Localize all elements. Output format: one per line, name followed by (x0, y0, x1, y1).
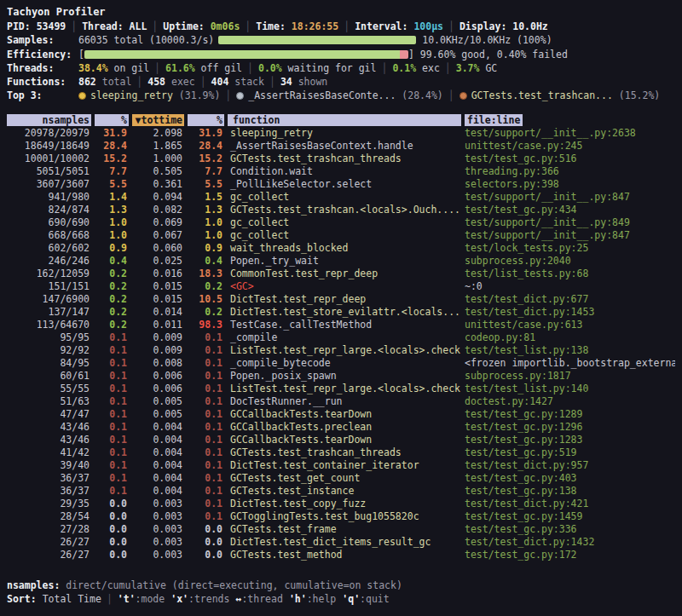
table-row[interactable]: 55/550.10.0060.1ListTest.test_repr_large… (7, 383, 675, 395)
cell-function: gc_collect (224, 229, 461, 242)
table-row[interactable]: 95/950.10.0090.1_compilecodeop.py:81 (7, 331, 675, 344)
column-header-tottime-sorted[interactable]: ▼tottime (129, 114, 184, 127)
thread-stat-waiting-gil: 0.0% waiting for gil (258, 62, 376, 74)
table-row[interactable]: 43/460.10.0040.1GCCallbackTests.preclean… (7, 421, 675, 434)
column-header-pct-direct[interactable]: % (91, 114, 129, 127)
cell-function: CommonTest.test_repr_deep (224, 268, 461, 280)
cell-pct-direct: 0.2 (91, 293, 129, 306)
table-row[interactable]: 941/9801.40.0941.5gc_collecttest/support… (7, 191, 675, 204)
cell-pct-direct: 1.4 (91, 191, 129, 204)
cell-tottime: 0.067 (129, 229, 184, 242)
cell-file-line: test/support/__init__.py:849 (461, 216, 675, 229)
cell-function: GCTests.test_frame (224, 523, 461, 536)
column-header-file-line[interactable]: file:line (461, 114, 675, 127)
table-row[interactable]: 60/610.10.0060.1Popen._posix_spawnsubpro… (7, 370, 675, 383)
footer: nsamples: direct/cumulative (direct=exec… (7, 579, 675, 607)
cell-pct-direct: 0.1 (91, 459, 129, 472)
cell-tottime: 0.015 (129, 293, 184, 306)
table-row[interactable]: 824/8741.30.0821.3GCTests.test_trashcan.… (7, 204, 675, 216)
table-row[interactable]: 5051/50517.70.5057.7Condition.waitthread… (7, 165, 675, 178)
cell-function: GCTests.test_method (224, 549, 461, 561)
table-row[interactable]: 690/6901.00.0691.0gc_collecttest/support… (7, 216, 675, 229)
cell-file-line: test/test_list.py:138 (461, 344, 675, 357)
table-row[interactable]: 10001/1000215.21.00015.2GCTests.test_tra… (7, 153, 675, 165)
cell-nsamples: 60/61 (7, 370, 91, 383)
cell-pct-cumulative: 1.3 (184, 204, 224, 216)
column-header-pct-cumulative[interactable]: % (184, 114, 224, 127)
cell-pct-direct: 0.2 (91, 306, 129, 319)
cell-function: DictTest.test_repr_deep (224, 293, 461, 306)
table-row[interactable]: 3607/36075.50.3615.5_PollLikeSelector.se… (7, 178, 675, 191)
cell-file-line: test/test_gc.py:516 (461, 153, 675, 165)
cell-tottime: 0.006 (129, 370, 184, 383)
cell-function: gc_collect (224, 191, 461, 204)
cell-nsamples: 246/246 (7, 255, 91, 268)
cell-file-line: test/support/__init__.py:847 (461, 191, 675, 204)
cell-function: GCTests.test_trashcan_threads (224, 153, 461, 165)
table-row[interactable]: 43/460.10.0040.1GCCallbackTests.tearDown… (7, 434, 675, 446)
table-row[interactable]: 36/370.10.0040.1GCTests.test_get_countte… (7, 472, 675, 485)
cell-pct-direct: 0.2 (91, 268, 129, 280)
cell-tottime: 0.004 (129, 472, 184, 485)
cell-pct-cumulative: 10.5 (184, 293, 224, 306)
samples-row: Samples:66035 total (10000.3/s)10.0KHz/1… (7, 33, 675, 47)
cell-file-line: test/test_gc.py:336 (461, 523, 675, 536)
cell-tottime: 0.014 (129, 306, 184, 319)
cell-pct-direct: 5.5 (91, 178, 129, 191)
table-row[interactable]: 137/1470.20.0140.2DictTest.test_store_ev… (7, 306, 675, 319)
cell-tottime: 0.361 (129, 178, 184, 191)
cell-pct-cumulative: 0.1 (184, 421, 224, 434)
table-row[interactable]: 39/400.10.0040.1DictTest.test_container_… (7, 459, 675, 472)
table-row[interactable]: 84/950.10.0080.1_compile_bytecode<frozen… (7, 357, 675, 370)
top3-items: sleeping_retry (31.9%)│_AssertRaisesBase… (78, 89, 660, 101)
column-header-nsamples[interactable]: nsamples (7, 114, 91, 127)
cell-pct-cumulative: 0.1 (184, 498, 224, 510)
separator: │ (381, 62, 387, 74)
thread-stat-on-gil: 38.4% on gil (78, 62, 149, 74)
table-row[interactable]: 151/1510.20.0150.2<GC>~:0 (7, 280, 675, 293)
table-row[interactable]: 92/920.10.0090.1ListTest.test_repr_large… (7, 344, 675, 357)
table-row[interactable]: 51/630.10.0050.1DocTestRunner.__rundocte… (7, 395, 675, 408)
table-row[interactable]: 18649/1864928.41.86528.4_AssertRaisesBas… (7, 140, 675, 153)
separator: │ (247, 62, 253, 74)
table-row[interactable]: 20978/2097931.92.09831.9sleeping_retryte… (7, 127, 675, 140)
top3-item-1: sleeping_retry (31.9%) (78, 89, 220, 101)
cell-tottime: 0.003 (129, 498, 184, 510)
separator: │ (344, 20, 350, 32)
cell-function: GCTests.test_trashcan.<locals>.Ouch.... (224, 204, 461, 216)
cell-tottime: 0.060 (129, 242, 184, 255)
cell-file-line: test/test_dict.py:957 (461, 459, 675, 472)
cell-nsamples: 824/874 (7, 204, 91, 216)
stat-time: Time: 18:26:55 (256, 20, 338, 32)
cell-file-line: test/test_dict.py:421 (461, 498, 675, 510)
column-header-function[interactable]: function (224, 114, 461, 127)
cell-file-line: test/test_gc.py:403 (461, 472, 675, 485)
table-row[interactable]: 668/6681.00.0671.0gc_collecttest/support… (7, 229, 675, 242)
table-row[interactable]: 602/6020.90.0600.9wait_threads_blockedte… (7, 242, 675, 255)
cell-nsamples: 147/6900 (7, 293, 91, 306)
table-row[interactable]: 147/69000.20.01510.5DictTest.test_repr_d… (7, 293, 675, 306)
efficiency-bar (84, 50, 408, 59)
cell-pct-cumulative: 1.0 (184, 216, 224, 229)
cell-nsamples: 5051/5051 (7, 165, 91, 178)
table-row[interactable]: 29/350.00.0030.1DictTest.test_copy_fuzzt… (7, 498, 675, 510)
gold-medal-icon (78, 92, 86, 100)
table-row[interactable]: 26/270.00.0030.0GCTests.test_methodtest/… (7, 549, 675, 561)
table-row[interactable]: 246/2460.40.0250.4Popen._try_waitsubproc… (7, 255, 675, 268)
cell-file-line: threading.py:366 (461, 165, 675, 178)
table-row[interactable]: 113/646700.20.01198.3TestCase._callTestM… (7, 319, 675, 331)
cell-nsamples: 3607/3607 (7, 178, 91, 191)
table-row[interactable]: 28/540.00.0030.1GCTogglingTests.test_bug… (7, 510, 675, 523)
cell-pct-cumulative: 1.0 (184, 229, 224, 242)
table-row[interactable]: 27/280.00.0030.0GCTests.test_frametest/t… (7, 523, 675, 536)
table-row[interactable]: 41/420.10.0040.1GCTests.test_trashcan_th… (7, 446, 675, 459)
cell-tottime: 0.006 (129, 383, 184, 395)
status-line: Sort:Total Time|'t':mode'x':trends↔:thre… (7, 592, 675, 607)
table-row[interactable]: 47/470.10.0050.1GCCallbackTests.tearDown… (7, 408, 675, 421)
table-row[interactable]: 162/120590.20.01618.3CommonTest.test_rep… (7, 268, 675, 280)
sort-indicator-tottime-label: ▼tottime (132, 114, 184, 126)
table-row[interactable]: 26/270.00.0030.0DictTest.test_dict_items… (7, 536, 675, 549)
cell-file-line: codeop.py:81 (461, 331, 675, 344)
table-row[interactable]: 36/370.10.0040.1GCTests.test_instancetes… (7, 485, 675, 498)
cell-tottime: 0.003 (129, 549, 184, 561)
